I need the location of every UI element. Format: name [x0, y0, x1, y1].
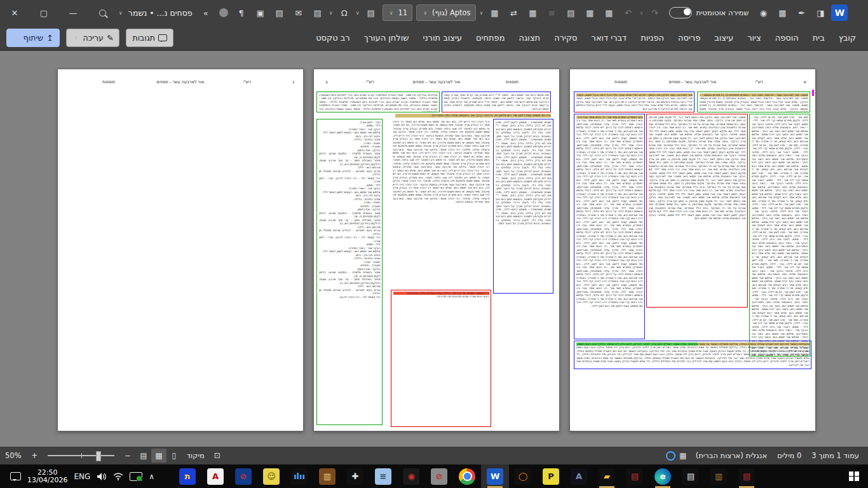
comments-button[interactable]: תגובות [126, 29, 173, 47]
no-download-icon[interactable]: ⊘ [425, 464, 453, 488]
defender-icon[interactable]: ✚ [341, 464, 369, 488]
close-window-button[interactable]: ✕ [0, 0, 29, 25]
word-icon[interactable]: W [481, 464, 509, 488]
omega-symbol-icon[interactable]: Ω [336, 4, 353, 21]
zoom-slider-handle[interactable] [96, 451, 101, 461]
focus-icon[interactable]: ⊡ [210, 449, 225, 463]
word-count[interactable]: 0 מילים [777, 451, 801, 460]
sidebar-layout-icon[interactable]: ◨ [812, 4, 829, 21]
torah-search-icon[interactable]: ▤ [621, 464, 649, 488]
document-canvas[interactable]: א רש"י אור לארבעה עשר - פסחים תוספות משנ… [0, 51, 868, 447]
tab-דברי דואר[interactable]: דברי דואר [585, 25, 634, 50]
document-page-2[interactable]: ב רש"י אור לארבעה עשר - פסחים תוספות מהל… [313, 69, 560, 431]
tab-קובץ[interactable]: קובץ [832, 25, 863, 50]
insert-table-icon[interactable]: ▦ [524, 4, 541, 21]
table-icon[interactable]: ▦ [486, 4, 503, 21]
share-button[interactable]: ∨ שיתוף ↥ [6, 29, 60, 47]
tray-chevron-up-icon[interactable]: ∧ [149, 472, 154, 481]
library-app-icon[interactable]: ▥ [705, 464, 733, 488]
minimize-window-button[interactable]: — [58, 0, 88, 25]
tab-פריסה[interactable]: פריסה [671, 25, 707, 50]
bookshelf-icon[interactable]: ▥ [313, 464, 341, 488]
file-explorer-icon[interactable]: ▰ [593, 464, 621, 488]
table-style-icon[interactable]: ▦ [600, 4, 617, 21]
toggle-switch-icon[interactable] [669, 7, 692, 18]
search-icon[interactable] [88, 0, 117, 25]
zoom-slider[interactable] [48, 455, 114, 456]
pdf-app-icon[interactable]: P [537, 464, 565, 488]
acrobat-icon[interactable]: A [201, 464, 229, 488]
notification-center-icon[interactable] [10, 472, 21, 480]
spellcheck-icon[interactable]: ▦ [675, 449, 691, 463]
pilcrow-icon[interactable]: ¶ [233, 4, 250, 21]
text-frame-icon[interactable]: ▣ [252, 4, 269, 21]
torah-search2-icon[interactable]: ▤ [733, 464, 761, 488]
rashi-column[interactable]: נגהי - לשון אורה. לילי - ממש. הבקר אור -… [316, 119, 383, 425]
search-app-icon[interactable]: ◯ [509, 464, 537, 488]
autosave-toggle[interactable]: שמירה אוטומטית [669, 7, 749, 18]
quick-parts-icon[interactable]: ▤ [309, 4, 326, 21]
chevron-down-icon[interactable]: ∨ [480, 10, 484, 16]
gemara-center-block[interactable]: ורבי יהודה היכי דריש ליה, והא האי אור ימ… [391, 119, 491, 288]
zoom-in-button[interactable]: + [32, 451, 38, 460]
start-button[interactable] [840, 464, 868, 488]
table-properties-icon[interactable]: ▦ [581, 4, 598, 21]
bottom-note-block[interactable]: והגעלות השואר יום הוא ויום השביח ואפילו … [574, 341, 811, 369]
record-icon[interactable]: ◉ [755, 4, 771, 21]
focus-mode-button[interactable]: מיקוד [187, 451, 205, 460]
tab-עיצוב תורני[interactable]: עיצוב תורני [416, 25, 468, 50]
chevron-down-icon[interactable]: ∨ [119, 10, 123, 16]
rashi-top-block[interactable]: משנה. אור לארבעה עשר - פירשתי. כאור הנר … [697, 92, 810, 112]
notes-app-icon[interactable]: ▤ [677, 464, 705, 488]
editing-mode-button[interactable]: ∨ עריכה ✎ [66, 29, 120, 47]
blocked-app-icon[interactable]: ⊘ [229, 464, 257, 488]
chevron-down-icon[interactable]: ∨ [354, 4, 362, 21]
edge-icon[interactable]: e [649, 464, 677, 488]
tab-בית[interactable]: בית [806, 25, 832, 50]
print-layout-view-icon[interactable]: ▦ [151, 449, 166, 463]
screen-recorder-icon[interactable]: ◉ [397, 464, 425, 488]
editor-note-block[interactable]: ב' ההמשך המובא על הבדיקה בלילה עזות באחר… [391, 290, 491, 427]
language-switcher[interactable]: ENG [74, 472, 90, 481]
tab-סקירה[interactable]: סקירה [547, 25, 584, 50]
page-indicator[interactable]: עמוד 1 מתוך 3 [811, 451, 859, 460]
tab-רב טקסט[interactable]: רב טקסט [309, 25, 357, 50]
zoom-out-button[interactable]: − [125, 451, 131, 460]
torah-library-icon[interactable]: ת [173, 464, 201, 488]
envelope-signature-icon[interactable]: ✉ [290, 4, 307, 21]
paste-icon[interactable]: ▤ [562, 4, 579, 21]
volume-icon[interactable] [97, 472, 107, 481]
chevron-down-icon[interactable]: ∨ [327, 4, 335, 21]
restore-window-button[interactable]: ▢ [29, 0, 58, 25]
wifi-icon[interactable] [113, 472, 123, 480]
new-page-icon[interactable]: ▤ [271, 4, 288, 21]
tosafot-column[interactable]: והא דאמרינן בגמרא מאי אור, רב הונא אמר נ… [574, 114, 645, 339]
export-doc-icon[interactable]: ▤ [363, 4, 379, 21]
font-name-box[interactable]: ∨ Aptos (גוף) [416, 4, 475, 21]
document-title[interactable]: פסחים נ... • נשמר [128, 8, 193, 18]
clock[interactable]: 22:50 13/04/2026 [27, 469, 67, 484]
audio-editor-icon[interactable]: ılıı [285, 464, 313, 488]
battery-icon[interactable] [130, 472, 142, 481]
rashi-top-block[interactable]: מהלכות הבדיקה זהו מצב - מפני הטורח והמלא… [316, 92, 440, 112]
expand-qat-icon[interactable]: « [198, 4, 214, 21]
tosafot-column[interactable]: מצותו משחשיכה - משמע דוקא לילה, ומיהו אם… [493, 119, 553, 294]
zoom-level[interactable]: 50% [5, 451, 22, 460]
proofing-status-icon[interactable] [666, 451, 675, 461]
tab-הפניות[interactable]: הפניות [634, 25, 671, 50]
chrome-icon[interactable] [453, 464, 481, 488]
swap-arrows-icon[interactable]: ⇄ [505, 4, 522, 21]
web-layout-view-icon[interactable]: ▤ [136, 449, 151, 463]
document-page-1[interactable]: א רש"י אור לארבעה עשר - פסחים תוספות משנ… [569, 69, 816, 431]
notepad-icon[interactable]: ≡ [369, 464, 397, 488]
dictionary-badge-icon[interactable]: ▦ [774, 4, 790, 21]
tab-הוספה[interactable]: הוספה [768, 25, 806, 50]
tosafot-top-block[interactable]: אור לארבעה עשר בודקין את החמץ - פירש רש"… [574, 92, 695, 112]
tab-מפתחים[interactable]: מפתחים [469, 25, 512, 50]
rashi-column[interactable]: מאי אור - מהו לשון אור, יום או לילה. נגה… [749, 114, 810, 356]
font-size-box[interactable]: ∨ 11 [383, 4, 413, 21]
font-app-icon[interactable]: A [565, 464, 593, 488]
tosafot-top-block[interactable]: אם איתא דהאי אור יממא הוא - תימה לר"י דה… [442, 92, 551, 112]
tab-תצוגה[interactable]: תצוגה [512, 25, 547, 50]
tab-שולחן העורך[interactable]: שולחן העורך [357, 25, 416, 50]
